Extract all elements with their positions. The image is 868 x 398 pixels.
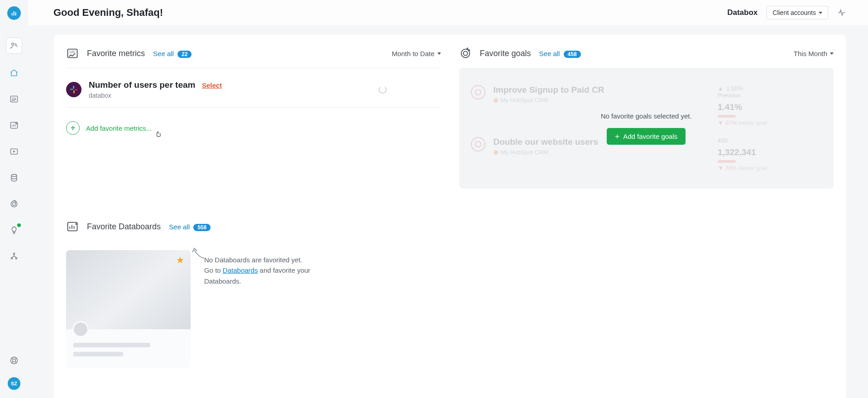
goals-empty-message: No favorite goals selected yet. [601,112,692,120]
plus-circle-icon: + [66,121,80,135]
org-icon [10,252,19,261]
user-avatar[interactable]: SZ [8,377,20,390]
nav-goals[interactable] [6,196,22,212]
chevron-down-icon [437,52,441,55]
goals-range-label: This Month [794,50,827,57]
svg-point-24 [463,51,467,55]
databoards-link[interactable]: Databoards [223,266,258,274]
databoards-empty-line2: Go to Databoards and favorite your Datab… [204,265,322,286]
metric-select-link[interactable]: Select [202,81,222,89]
svg-point-16 [13,359,16,362]
add-favorite-metrics[interactable]: + Add favorite metrics... [66,108,441,144]
see-all-label: See all [539,50,560,57]
brand-name: Databox [727,8,758,17]
avatar-placeholder [72,321,89,337]
app-header: Good Evening, Shafaq! Databox Client acc… [28,0,868,25]
bar-chart-icon [10,9,18,17]
svg-rect-20 [70,89,73,90]
svg-rect-19 [73,86,74,89]
account-selector-label: Client accounts [772,9,816,16]
metrics-icon: 123 [10,95,19,104]
skeleton-line [73,343,150,347]
bulb-icon [10,226,19,235]
goals-section-icon [459,47,472,60]
add-favorite-metrics-label: Add favorite metrics... [86,124,152,132]
databoards-empty-line1: No Databoards are favorited yet. [204,255,322,265]
nav-data[interactable] [6,170,22,185]
nav-help[interactable] [6,353,22,368]
svg-text:123: 123 [69,50,75,53]
favorite-goals-section: Favorite goals See all 458 This Month [459,47,834,189]
databoard-icon [10,121,19,130]
svg-point-12 [13,253,14,255]
databoard-placeholder-card: ★ [66,250,191,368]
nav-home[interactable] [6,65,22,81]
metric-row[interactable]: Number of users per team Select databox [66,68,441,107]
svg-rect-21 [73,90,75,94]
nav-team[interactable] [6,249,22,264]
user-switch-icon [10,41,19,50]
nav-metrics[interactable]: 123 [6,91,22,107]
chevron-down-icon [819,12,822,14]
svg-point-26 [75,223,77,225]
curved-arrow-icon [191,246,206,260]
slack-icon [66,82,82,97]
nav-accounts[interactable] [6,38,22,53]
goals-count-pill: 458 [564,51,581,58]
svg-rect-1 [14,11,14,15]
app-logo[interactable] [7,6,21,20]
metrics-section-icon: 123 [66,47,79,60]
nav-reports[interactable] [6,144,22,159]
metric-title: Number of users per team [89,80,195,90]
play-screen-icon [10,147,19,156]
metrics-section-title: Favorite metrics [87,49,145,58]
svg-point-23 [461,49,470,58]
svg-rect-2 [15,12,16,15]
svg-point-3 [12,43,14,45]
databoards-section-icon [66,220,79,233]
goals-see-all-link[interactable]: See all 458 [539,50,581,57]
databoards-see-all-link[interactable]: See all 558 [169,223,211,231]
home-icon [10,68,19,77]
svg-point-13 [11,258,12,259]
plus-icon: + [615,133,619,140]
metric-source: databox [89,92,222,99]
notification-dot [17,223,21,227]
metrics-range-selector[interactable]: Month to Date [392,50,441,57]
metrics-see-all-link[interactable]: See all 22 [153,50,192,57]
databoards-empty-note: No Databoards are favorited yet. Go to D… [204,250,322,286]
svg-point-14 [15,258,17,259]
target-icon [10,199,19,208]
svg-text:123: 123 [12,97,16,100]
activity-icon[interactable] [837,8,846,17]
cursor-icon [155,129,163,139]
databoards-section-title: Favorite Databoards [87,222,161,232]
metrics-count-pill: 22 [177,51,192,58]
goals-section-title: Favorite goals [480,49,531,58]
see-all-label: See all [153,50,174,57]
nav-databoards[interactable] [6,118,22,133]
nav-group: 123 [6,65,22,264]
left-nav-rail: 123 SZ [0,0,28,398]
account-selector[interactable]: Client accounts [767,6,828,19]
favorite-metrics-section: 123 Favorite metrics See all 22 Month to… [66,47,441,189]
svg-point-9 [11,175,17,177]
nav-alerts[interactable] [6,223,22,238]
databoard-thumbnail: ★ [66,250,191,329]
favorite-databoards-section: Favorite Databoards See all 558 ★ [53,189,846,368]
goals-range-selector[interactable]: This Month [794,50,834,57]
skeleton-line [73,352,123,356]
greeting-title: Good Evening, Shafaq! [53,7,163,19]
metrics-range-label: Month to Date [392,50,434,57]
goals-empty-state: Improve Signup to Paid CR My HubSpot CRM… [459,68,834,189]
see-all-label: See all [169,223,190,231]
chevron-down-icon [830,52,834,55]
main-panel: 123 Favorite metrics See all 22 Month to… [53,34,846,398]
loading-spinner-icon [379,85,387,94]
database-icon [10,173,19,182]
svg-rect-6 [11,122,18,128]
star-icon[interactable]: ★ [176,255,184,265]
databoards-count-pill: 558 [193,224,211,231]
add-favorite-goals-button[interactable]: + Add favorite goals [607,128,686,145]
svg-rect-0 [12,13,13,15]
